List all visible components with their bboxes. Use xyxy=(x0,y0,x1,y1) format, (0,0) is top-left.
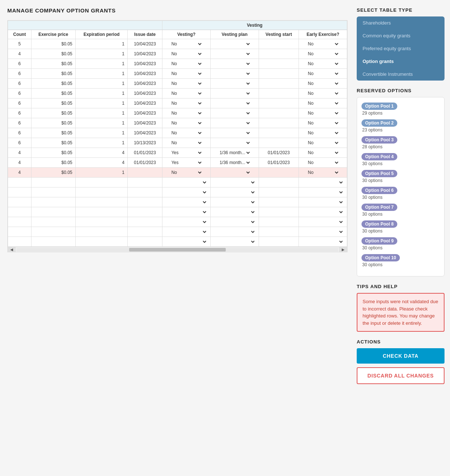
cell-select[interactable]: No xyxy=(170,140,203,146)
empty-cell-select[interactable] xyxy=(223,209,256,215)
empty-cell-select[interactable] xyxy=(175,209,207,215)
cell-select[interactable]: No xyxy=(307,130,340,136)
cell-select[interactable]: No xyxy=(307,41,340,47)
table-cell[interactable] xyxy=(210,79,259,89)
cell-select[interactable]: No xyxy=(170,110,203,116)
pool-badge[interactable]: Option Pool 10 xyxy=(361,254,400,261)
scrollbar-thumb[interactable] xyxy=(129,248,226,252)
cell-select[interactable]: No xyxy=(170,130,203,136)
pool-badge[interactable]: Option Pool 6 xyxy=(361,187,397,194)
cell-select-empty[interactable] xyxy=(218,110,251,116)
cell-select[interactable]: No xyxy=(307,110,340,116)
table-cell[interactable]: No xyxy=(299,89,347,98)
cell-select[interactable]: Yes xyxy=(170,160,203,166)
empty-cell-select[interactable] xyxy=(311,239,344,245)
horizontal-scrollbar[interactable]: ◀ ▶ xyxy=(8,247,347,252)
table-cell[interactable]: No xyxy=(299,118,347,128)
table-cell[interactable]: No xyxy=(299,59,347,69)
table-cell[interactable]: No xyxy=(299,49,347,59)
cell-select-empty[interactable] xyxy=(218,170,251,175)
empty-cell-select[interactable] xyxy=(223,199,256,205)
cell-select[interactable]: No xyxy=(307,140,340,146)
cell-select[interactable]: No xyxy=(307,120,340,126)
empty-cell-select[interactable] xyxy=(223,219,256,225)
table-cell[interactable]: No xyxy=(299,168,347,178)
cell-select[interactable]: No xyxy=(307,51,340,57)
cell-select-empty[interactable] xyxy=(218,81,251,86)
cell-select[interactable]: No xyxy=(307,61,340,67)
table-cell[interactable]: No xyxy=(162,118,211,128)
table-cell[interactable]: No xyxy=(162,108,211,118)
table-cell[interactable]: Yes xyxy=(162,158,211,168)
pool-badge[interactable]: Option Pool 1 xyxy=(361,103,397,110)
cell-select[interactable]: No xyxy=(170,51,203,57)
cell-select-empty[interactable] xyxy=(218,90,251,96)
check-data-button[interactable]: CHECK DATA xyxy=(357,348,445,364)
table-type-item-shareholders[interactable]: Shareholders xyxy=(357,16,445,29)
pool-badge[interactable]: Option Pool 8 xyxy=(361,220,397,228)
table-cell[interactable] xyxy=(210,39,259,49)
table-cell[interactable]: No xyxy=(162,39,211,49)
table-type-item-preferred-equity-grants[interactable]: Preferred equity grants xyxy=(357,42,445,55)
table-type-item-option-grants[interactable]: Option grants xyxy=(357,55,445,68)
pool-badge[interactable]: Option Pool 5 xyxy=(361,170,397,177)
table-cell[interactable]: No xyxy=(299,39,347,49)
table-cell[interactable] xyxy=(210,59,259,69)
table-type-item-common-equity-grants[interactable]: Common equity grants xyxy=(357,29,445,42)
cell-select-empty[interactable] xyxy=(218,41,251,47)
cell-select-empty[interactable] xyxy=(218,130,251,136)
table-cell[interactable]: 1/36 month... xyxy=(210,158,259,168)
table-cell[interactable] xyxy=(210,138,259,148)
empty-cell-select[interactable] xyxy=(311,179,344,185)
empty-cell-select[interactable] xyxy=(175,229,207,235)
table-cell[interactable]: No xyxy=(162,138,211,148)
table-cell[interactable]: No xyxy=(299,158,347,168)
table-cell[interactable]: No xyxy=(299,128,347,138)
table-cell[interactable]: 1/36 month... xyxy=(210,148,259,158)
table-cell[interactable]: No xyxy=(162,59,211,69)
empty-cell-select[interactable] xyxy=(223,239,256,245)
empty-cell-select[interactable] xyxy=(311,199,344,205)
cell-select[interactable]: 1/36 month... xyxy=(218,150,251,156)
table-scroll[interactable]: Vesting Count Exercise price Expiration … xyxy=(8,21,347,247)
empty-cell-select[interactable] xyxy=(175,189,207,195)
table-cell[interactable]: Yes xyxy=(162,148,211,158)
cell-select[interactable]: No xyxy=(170,41,203,47)
cell-select-empty[interactable] xyxy=(218,61,251,67)
empty-cell-select[interactable] xyxy=(223,189,256,195)
empty-cell-select[interactable] xyxy=(311,219,344,225)
empty-cell-select[interactable] xyxy=(175,219,207,225)
pool-badge[interactable]: Option Pool 7 xyxy=(361,204,397,211)
cell-select-empty[interactable] xyxy=(218,51,251,57)
cell-select[interactable]: No xyxy=(170,90,203,96)
cell-select[interactable]: No xyxy=(307,71,340,77)
cell-select[interactable]: No xyxy=(307,150,340,156)
table-cell[interactable] xyxy=(210,49,259,59)
table-cell[interactable]: No xyxy=(299,98,347,108)
cell-select[interactable]: No xyxy=(307,170,340,175)
pool-badge[interactable]: Option Pool 9 xyxy=(361,237,397,245)
cell-select[interactable]: No xyxy=(170,71,203,77)
cell-select-empty[interactable] xyxy=(218,120,251,126)
table-cell[interactable]: No xyxy=(162,79,211,89)
pool-badge[interactable]: Option Pool 4 xyxy=(361,153,397,160)
table-cell[interactable] xyxy=(210,128,259,138)
table-cell[interactable]: No xyxy=(299,148,347,158)
cell-select-empty[interactable] xyxy=(218,100,251,106)
table-cell[interactable]: No xyxy=(299,108,347,118)
table-cell[interactable]: No xyxy=(162,49,211,59)
table-cell[interactable]: No xyxy=(162,168,211,178)
table-cell[interactable]: No xyxy=(162,89,211,98)
table-cell[interactable] xyxy=(210,108,259,118)
empty-cell-select[interactable] xyxy=(175,199,207,205)
discard-changes-button[interactable]: DISCARD ALL CHANGES xyxy=(357,367,445,384)
scroll-right-arrow[interactable]: ▶ xyxy=(339,247,347,252)
scroll-left-arrow[interactable]: ◀ xyxy=(8,247,16,252)
table-cell[interactable]: No xyxy=(299,138,347,148)
empty-cell-select[interactable] xyxy=(175,179,207,185)
table-cell[interactable]: No xyxy=(162,128,211,138)
table-cell[interactable] xyxy=(210,98,259,108)
cell-select[interactable]: No xyxy=(170,81,203,86)
table-cell[interactable]: No xyxy=(299,79,347,89)
cell-select[interactable]: No xyxy=(307,81,340,86)
